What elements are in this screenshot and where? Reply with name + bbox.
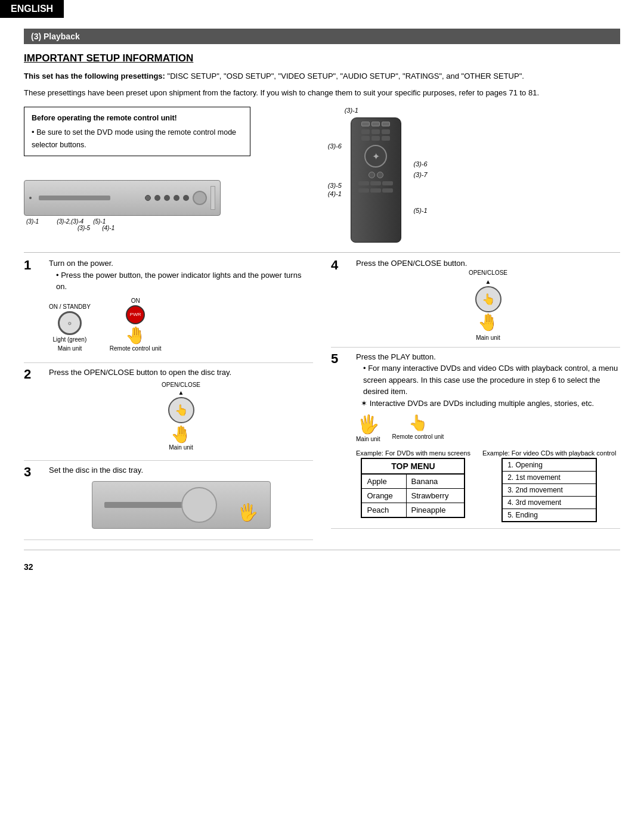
step5-remote-hand: 👆: [392, 414, 444, 432]
on-standby-label: ON / STANDBY: [49, 303, 91, 310]
top-menu-cell-strawberry: Strawberry: [406, 489, 465, 503]
remote-unit-label-1: Remote control unit: [110, 345, 162, 352]
top-menu-row-1: Apple Banana: [361, 474, 465, 489]
main-unit-label-4: Main unit: [356, 334, 620, 341]
menus-section: Example: For DVDs with menu screens TOP …: [356, 447, 620, 522]
step-1-title: Turn on the power.: [49, 258, 313, 269]
step5-remote-label: Remote control unit: [392, 433, 444, 440]
d4-1-right-label: (4)-1: [328, 190, 342, 197]
top-menu-row-3: Peach Pineapple: [361, 503, 465, 518]
step-2-number: 2: [24, 367, 45, 381]
power-button-icon: ☼: [58, 311, 82, 335]
top-menu-cell-orange: Orange: [361, 489, 406, 503]
top-menu-cell-pineapple: Pineapple: [406, 503, 465, 518]
top-menu-cell-peach: Peach: [361, 503, 406, 518]
presettings-text: This set has the following presettings: …: [24, 70, 620, 82]
step-4-number: 4: [331, 258, 352, 272]
top-menu-cell-apple: Apple: [361, 474, 406, 489]
vcd-item-3: 3. 2nd movement: [503, 484, 596, 497]
remote-box-title: Before operating the remote control unit…: [32, 112, 243, 124]
step-2: 2 Press the OPEN/CLOSE button to open th…: [24, 367, 313, 461]
main-unit-label-2: Main unit: [49, 444, 313, 451]
vcd-item-4: 4. 3rd movement: [503, 497, 596, 509]
d3-6-right-label: (3)-6: [413, 160, 427, 168]
main-unit-label-1: Main unit: [49, 345, 91, 352]
remote-control-device: ✦: [351, 117, 401, 243]
step-4-diagram: OPEN/CLOSE ▲ 👆 🤚 Main unit: [356, 269, 620, 341]
vcd-item-1: 1. Opening: [503, 459, 596, 472]
step-5-bullet: For many interactive DVDs and video CDs …: [356, 362, 620, 398]
step5-main-hand: 🖐: [356, 414, 380, 435]
step-2-diagram: OPEN/CLOSE ▲ 👆 🤚 Main unit: [49, 382, 313, 451]
top-menu-cell-banana: Banana: [406, 474, 465, 489]
power-on-button-icon: PWR: [126, 305, 145, 324]
step-1: 1 Turn on the power. Press the power but…: [24, 258, 313, 363]
vcd-menu: 1. Opening 2. 1st movement 3. 2nd moveme…: [501, 458, 597, 522]
d3-2-4-label: (3)-2,(3)-4: [57, 218, 83, 225]
step-5-asterisk: ✶ Interactive DVDs are DVDs including mu…: [356, 398, 620, 410]
remote-control-box: Before operating the remote control unit…: [24, 107, 250, 156]
openclose-label-2: OPEN/CLOSE: [49, 382, 313, 388]
step-2-title: Press the OPEN/CLOSE button to open the …: [49, 367, 313, 379]
d4-1-label: (4)-1: [102, 225, 114, 231]
top-menu-table: TOP MENU Apple Banana Orange: [361, 458, 465, 518]
d5-1-right-label: (5)-1: [413, 207, 427, 214]
d3-5-label: (3)-5: [78, 225, 90, 231]
d3-5-right-label: (3)-5: [328, 182, 342, 189]
step-3: 3 Set the disc in the disc tray. 🖐: [24, 464, 313, 540]
top-menu-header: TOP MENU: [361, 458, 465, 474]
step-3-number: 3: [24, 464, 45, 479]
language-header: ENGLISH: [0, 0, 644, 18]
d3-1-left-label: (3)-1: [26, 218, 39, 225]
hand-icon-1: 🤚: [110, 325, 162, 345]
d3-7-label: (3)-7: [413, 171, 427, 178]
step-5-number: 5: [331, 351, 352, 365]
vcd-item-5: 5. Ending: [503, 509, 596, 521]
dvd-player-illustration: [24, 180, 221, 216]
openclose-label-4: OPEN/CLOSE: [356, 269, 620, 276]
d3-1-right-label: (3)-1: [345, 107, 358, 114]
top-menu-row-2: Orange Strawberry: [361, 489, 465, 503]
step5-main-label: Main unit: [356, 436, 380, 442]
step-3-title: Set the disc in the disc tray.: [49, 464, 313, 476]
section-title: (3) Playback: [24, 29, 620, 44]
remote-illustration-area: (3)-1: [339, 107, 620, 243]
presettings-items: "DISC SETUP", "OSD SETUP", "VIDEO SETUP"…: [168, 72, 524, 80]
vcd-menu-example: Example: For video CDs with playback con…: [482, 447, 616, 522]
dvd-menu-example: Example: For DVDs with menu screens TOP …: [356, 447, 470, 518]
light-green-label: Light (green): [49, 336, 91, 343]
important-setup-title: IMPORTANT SETUP INFORMATION: [24, 52, 620, 64]
dvd-example-label: Example: For DVDs with menu screens: [356, 449, 470, 457]
step-5: 5 Press the PLAY button. For many intera…: [331, 351, 620, 529]
openclose-btn-4: 👆: [475, 286, 501, 312]
remote-box-bullet: • Be sure to set the DVD mode using the …: [32, 126, 243, 151]
step-1-bullet: Press the power button, the power indica…: [49, 269, 313, 293]
step-4: 4 Press the OPEN/CLOSE button. OPEN/CLOS…: [331, 258, 620, 348]
vcd-item-2: 2. 1st movement: [503, 472, 596, 484]
page-number: 32: [24, 562, 620, 572]
presettings-label: This set has the following presettings:: [24, 72, 165, 80]
english-label: ENGLISH: [0, 0, 64, 18]
hand-icon-4: 🤚: [356, 312, 620, 332]
on-label: ON: [110, 297, 162, 304]
step-1-number: 1: [24, 258, 45, 272]
d5-1-left-label: (5)-1: [93, 218, 106, 225]
vcd-example-label: Example: For video CDs with playback con…: [482, 449, 616, 457]
factory-text: These presettings have been preset upon …: [24, 87, 620, 99]
step-5-diagrams: 🖐 Main unit 👆 Remote control unit: [356, 414, 620, 442]
step-3-disc-diagram: 🖐: [49, 481, 313, 529]
step-5-title: Press the PLAY button.: [356, 351, 620, 363]
step-4-title: Press the OPEN/CLOSE button.: [356, 258, 620, 269]
d3-6-left-label: (3)-6: [328, 142, 342, 150]
step-1-diagrams: ON / STANDBY ☼ Light (green) Main unit O…: [49, 297, 313, 352]
hand-icon-2: 🤚: [49, 424, 313, 444]
openclose-btn-icon: 👆: [168, 397, 194, 423]
